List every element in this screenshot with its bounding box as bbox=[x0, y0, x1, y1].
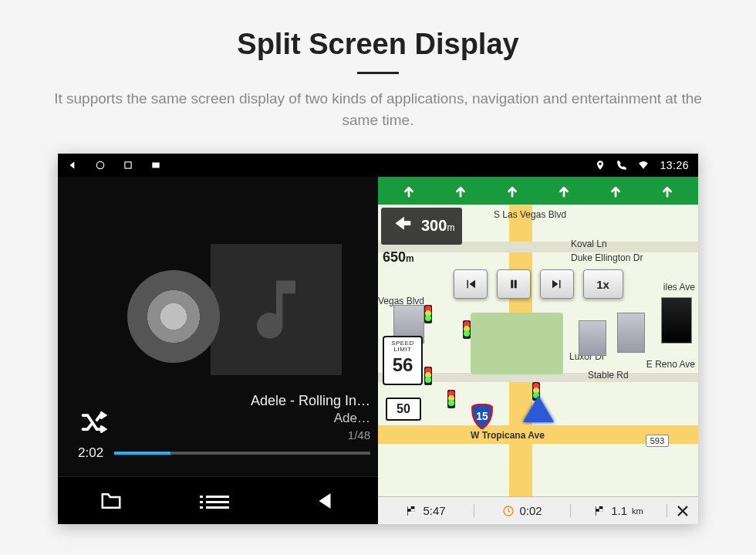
svg-rect-1 bbox=[125, 162, 131, 168]
travel-time-cell[interactable]: 0:02 bbox=[474, 504, 571, 517]
route-shield: 50 bbox=[386, 398, 421, 421]
simulation-controls: 1x bbox=[454, 269, 623, 299]
svg-rect-10 bbox=[596, 506, 599, 509]
svg-rect-5 bbox=[407, 506, 411, 509]
track-title: Adele - Rolling In… bbox=[251, 391, 370, 410]
flag-icon bbox=[594, 505, 606, 517]
svg-text:15: 15 bbox=[476, 411, 488, 422]
speed-limit-value: 56 bbox=[384, 354, 421, 376]
flag-icon bbox=[406, 505, 418, 517]
lane-arrow-icon bbox=[451, 181, 471, 201]
lane-arrow-icon bbox=[399, 181, 419, 201]
traffic-light-icon bbox=[424, 367, 432, 385]
vehicle-position-icon bbox=[523, 396, 554, 422]
track-info: Adele - Rolling In… Ade… 1/48 bbox=[251, 391, 370, 443]
interstate-shield: 15 bbox=[471, 404, 494, 428]
nav-bottom-bar: 5:47 0:02 1.1 km bbox=[378, 496, 698, 524]
navigation-pane: S Las Vegas Blvd Koval Ln Duke Ellington… bbox=[378, 154, 698, 524]
svg-rect-11 bbox=[599, 509, 603, 511]
travel-time: 0:02 bbox=[519, 504, 542, 517]
page-title: Split Screen Display bbox=[0, 28, 756, 61]
back-icon[interactable] bbox=[67, 160, 78, 171]
folder-button[interactable] bbox=[58, 477, 164, 524]
album-art-placeholder bbox=[211, 244, 342, 375]
svg-rect-2 bbox=[152, 163, 159, 168]
turn-left-icon bbox=[389, 212, 415, 239]
list-icon bbox=[206, 492, 229, 509]
turn-distance-unit: m bbox=[447, 222, 454, 233]
playlist-button[interactable] bbox=[164, 477, 271, 524]
turn-distance: 300 bbox=[421, 217, 447, 234]
clock-icon bbox=[502, 505, 515, 517]
park-block bbox=[471, 313, 563, 374]
music-pane: Adele - Rolling In… Ade… 1/48 2:02 bbox=[58, 154, 378, 524]
traffic-light-icon bbox=[463, 320, 471, 339]
address-pill: 593 bbox=[646, 435, 669, 447]
svg-rect-7 bbox=[407, 506, 408, 516]
title-divider bbox=[357, 72, 399, 74]
recents-icon[interactable] bbox=[123, 160, 133, 171]
lane-guidance-bar bbox=[378, 177, 698, 205]
next-turn-distance: 650m bbox=[383, 249, 414, 266]
building-icon bbox=[661, 297, 692, 343]
lane-arrow-icon bbox=[502, 181, 522, 201]
progress-bar[interactable] bbox=[114, 452, 370, 455]
lane-arrow-icon bbox=[657, 181, 677, 201]
street-label: Stable Rd bbox=[588, 370, 629, 381]
status-clock: 13:26 bbox=[660, 159, 689, 171]
lane-arrow-icon bbox=[606, 181, 626, 201]
progress-row: 2:02 bbox=[78, 445, 370, 461]
sim-prev-button[interactable] bbox=[454, 269, 488, 299]
remaining-distance: 1.1 bbox=[611, 504, 627, 517]
close-icon bbox=[676, 504, 690, 518]
svg-rect-6 bbox=[411, 509, 415, 511]
map-canvas[interactable]: S Las Vegas Blvd Koval Ln Duke Ellington… bbox=[378, 205, 698, 496]
track-index: 1/48 bbox=[251, 428, 370, 443]
remaining-distance-cell[interactable]: 1.1 km bbox=[571, 504, 667, 517]
close-button[interactable] bbox=[667, 504, 698, 518]
shuffle-button[interactable] bbox=[79, 408, 107, 439]
previous-button[interactable] bbox=[272, 477, 378, 524]
traffic-light-icon bbox=[447, 390, 455, 408]
turn-panel: 300m bbox=[381, 208, 462, 245]
sim-speed-button[interactable]: 1x bbox=[583, 269, 623, 299]
music-note-icon bbox=[238, 271, 315, 348]
device-frame: 13:26 Adele - Rolling In… Ade… 1/48 2:02 bbox=[58, 154, 698, 524]
screenshot-icon[interactable] bbox=[150, 160, 161, 171]
phone-icon bbox=[616, 160, 627, 171]
street-label: W Tropicana Ave bbox=[471, 430, 545, 441]
remaining-distance-unit: km bbox=[632, 506, 643, 516]
arrival-time-cell[interactable]: 5:47 bbox=[378, 504, 474, 517]
speed-limit-sign: SPEED LIMIT 56 bbox=[383, 336, 423, 385]
home-icon[interactable] bbox=[95, 160, 106, 171]
wifi-icon bbox=[638, 160, 649, 171]
elapsed-time: 2:02 bbox=[78, 445, 103, 461]
building-icon bbox=[617, 313, 645, 353]
sim-pause-button[interactable] bbox=[497, 269, 531, 299]
sim-next-button[interactable] bbox=[540, 269, 574, 299]
street-label: Duke Ellington Dr bbox=[571, 252, 643, 263]
traffic-light-icon bbox=[424, 305, 432, 323]
street-label: S Las Vegas Blvd bbox=[494, 209, 566, 220]
street-label: iles Ave bbox=[663, 282, 695, 293]
music-bottom-bar bbox=[58, 476, 378, 524]
building-icon bbox=[579, 320, 606, 356]
location-icon bbox=[595, 160, 606, 171]
lane-arrow-icon bbox=[554, 181, 574, 201]
status-bar: 13:26 bbox=[58, 154, 698, 177]
page-subtitle: It supports the same screen display of t… bbox=[39, 88, 717, 130]
street-label: E Reno Ave bbox=[646, 359, 695, 370]
arrival-time: 5:47 bbox=[423, 504, 445, 517]
cd-disc-icon bbox=[127, 270, 220, 363]
street-label: Koval Ln bbox=[571, 239, 607, 249]
speed-limit-label: SPEED LIMIT bbox=[384, 340, 421, 353]
svg-point-0 bbox=[96, 161, 103, 168]
track-artist: Ade… bbox=[251, 410, 370, 428]
svg-rect-12 bbox=[596, 506, 596, 516]
